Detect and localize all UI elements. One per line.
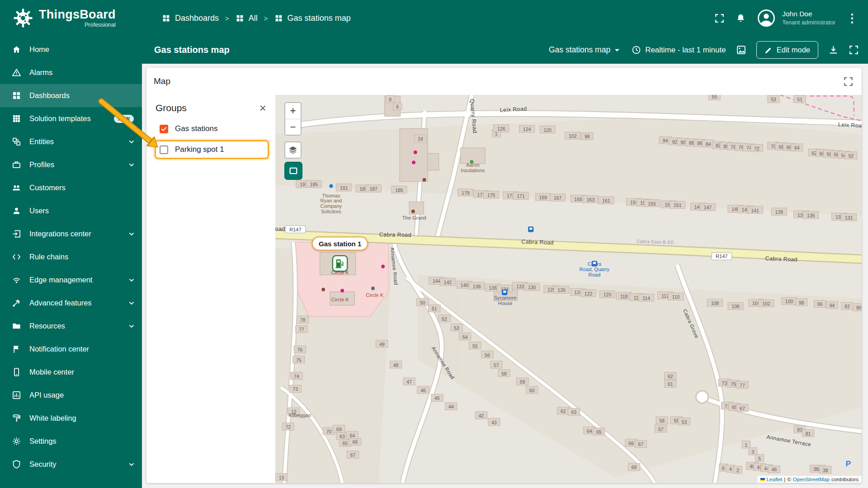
- more-menu-icon[interactable]: ⋮: [846, 11, 858, 25]
- toolbar-fullscreen-icon[interactable]: [849, 45, 859, 55]
- download-icon[interactable]: [828, 45, 839, 55]
- house-number: 54: [462, 334, 468, 340]
- layers-button[interactable]: [284, 141, 302, 159]
- sidebar-item-home[interactable]: Home: [0, 38, 142, 61]
- map-canvas[interactable]: 862d112612412010298949290888684828078767…: [275, 95, 862, 483]
- house-number: 65: [596, 429, 602, 435]
- top-bar: ThingsBoard Professional Dashboards>All>…: [0, 0, 868, 36]
- poi-dot-icon: [371, 286, 375, 290]
- openstreetmap-link[interactable]: OpenStreetMap: [793, 477, 830, 482]
- checkbox-parking-spot-1[interactable]: [160, 145, 168, 154]
- house-number: 141: [751, 208, 760, 213]
- sidebar-item-label: Solution templates: [29, 114, 106, 123]
- sidebar-item-customers[interactable]: Customers: [0, 176, 142, 199]
- zoom-in-button[interactable]: +: [285, 103, 301, 119]
- place-label: ThomasRyan andCompanySolicitors: [321, 193, 342, 215]
- sidebar-item-solution-templates[interactable]: Solution templatesNEW: [0, 107, 142, 130]
- edit-mode-button[interactable]: Edit mode: [756, 41, 818, 59]
- fullscreen-icon[interactable]: [714, 13, 725, 23]
- house-number: 139: [775, 209, 783, 215]
- house-number: 90: [680, 140, 686, 145]
- notifications-bell-icon[interactable]: [736, 13, 746, 23]
- image-gallery-icon[interactable]: [736, 45, 746, 55]
- breadcrumb-item-gas-stations-map[interactable]: Gas stations map: [274, 14, 351, 23]
- widget-fullscreen-icon[interactable]: [843, 76, 854, 87]
- sidebar-item-label: Alarms: [29, 68, 136, 77]
- draw-rectangle-button[interactable]: [284, 162, 302, 180]
- house-number: 50: [420, 300, 425, 305]
- sidebar-item-integrations-center[interactable]: Integrations center: [0, 222, 142, 245]
- house-number: 83: [797, 427, 802, 432]
- house-number: 58: [659, 418, 665, 423]
- sidebar-item-label: Home: [29, 45, 136, 54]
- sidebar-item-users[interactable]: Users: [0, 199, 142, 222]
- house-number: 8: [389, 97, 392, 102]
- poi-dot-icon: [414, 150, 417, 154]
- map[interactable]: 862d112612412010298949290888684828078767…: [275, 95, 862, 483]
- sidebar-item-label: Customers: [29, 183, 136, 192]
- sidebar-item-advanced-features[interactable]: Advanced features: [0, 291, 142, 314]
- house-number: 58: [501, 371, 507, 376]
- bus-stop-icon: [592, 261, 597, 266]
- road-label: Cabra Road: [521, 239, 554, 246]
- house-number: 161: [602, 198, 610, 203]
- sidebar-item-security[interactable]: Security: [0, 453, 142, 476]
- dashboards-icon: [11, 90, 22, 101]
- house-number: 61: [668, 381, 673, 387]
- sidebar-item-mobile-center[interactable]: Mobile center: [0, 361, 142, 384]
- sidebar-item-white-labeling[interactable]: White labeling: [0, 407, 142, 430]
- leaflet-flag-icon: [760, 478, 765, 481]
- leaflet-link[interactable]: Leaflet: [767, 477, 783, 482]
- dashboard-state-value: Gas stations map: [549, 45, 610, 55]
- integrations-icon: [11, 229, 22, 239]
- house-number: 44: [448, 404, 454, 409]
- gas-station-marker[interactable]: [332, 255, 348, 272]
- house-number: 191: [340, 185, 348, 191]
- zoom-out-button[interactable]: −: [285, 119, 301, 135]
- house-number: 92: [672, 139, 678, 145]
- sidebar-item-rule-chains[interactable]: Rule chains: [0, 245, 142, 268]
- house-number: 74: [294, 374, 299, 379]
- edge-icon: [11, 275, 22, 285]
- sidebar-item-label: Mobile center: [29, 368, 136, 376]
- group-item-parking-spot-1[interactable]: Parking spot 1: [155, 140, 269, 159]
- house-number: 64: [587, 428, 592, 434]
- breadcrumb-item-dashboards[interactable]: Dashboards: [162, 14, 219, 23]
- pencil-icon: [764, 46, 773, 54]
- group-item-gas-stations[interactable]: Gas stations: [155, 119, 269, 138]
- road-label: Road: [275, 226, 285, 232]
- timewindow-button[interactable]: Realtime - last 1 minute: [632, 45, 726, 55]
- sidebar-item-alarms[interactable]: Alarms: [0, 61, 142, 84]
- dashboard-state-select[interactable]: Gas stations map: [549, 45, 622, 55]
- close-icon[interactable]: ×: [259, 102, 266, 114]
- sidebar-item-profiles[interactable]: Profiles: [0, 153, 142, 176]
- breadcrumb-item-all[interactable]: All: [236, 14, 258, 23]
- avatar[interactable]: [757, 9, 776, 28]
- caret-down-icon: [613, 46, 622, 55]
- house-number: 126: [497, 126, 505, 131]
- sidebar-item-entities[interactable]: Entities: [0, 130, 142, 153]
- sidebar-item-api-usage[interactable]: API usage: [0, 384, 142, 407]
- groups-title: Groups: [156, 103, 187, 113]
- fuel-pump-icon: [335, 258, 345, 269]
- checkbox-gas-stations[interactable]: [160, 125, 168, 133]
- house-number: 171: [517, 193, 525, 199]
- house-number: 66: [353, 439, 358, 445]
- app-logo[interactable]: ThingsBoard Professional: [0, 8, 142, 28]
- sidebar-item-notification-center[interactable]: Notification center: [0, 338, 142, 361]
- parking-icon: P: [846, 459, 851, 468]
- dashboard-content: Map Groups × Gas stationsParking spot 1: [142, 64, 868, 488]
- sidebar-item-settings[interactable]: Settings: [0, 430, 142, 453]
- sidebar-item-edge-management[interactable]: Edge management: [0, 268, 142, 291]
- sidebar-item-resources[interactable]: Resources: [0, 314, 142, 338]
- roundabout: [696, 391, 708, 403]
- rectangle-tool-icon: [288, 166, 298, 176]
- user-info[interactable]: John Doe Tenant administrator: [782, 9, 835, 26]
- house-number: 96: [817, 301, 823, 307]
- house-number: 57: [494, 362, 499, 368]
- poi-dot-icon: [412, 160, 415, 164]
- house-number: 100: [785, 299, 793, 304]
- house-number: 77: [740, 383, 745, 388]
- sidebar-item-dashboards[interactable]: Dashboards: [0, 84, 142, 107]
- place-label: The Grand: [402, 215, 426, 221]
